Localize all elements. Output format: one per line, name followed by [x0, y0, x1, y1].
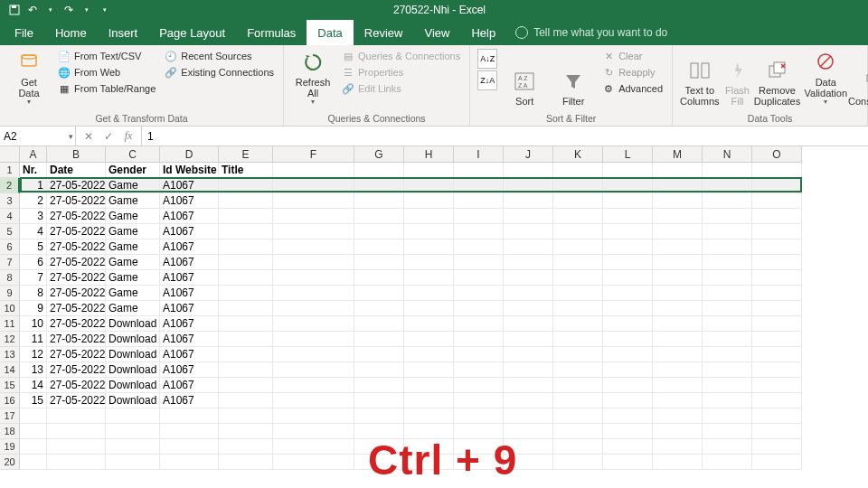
cell[interactable]	[603, 316, 653, 332]
cell[interactable]: 27-05-2022	[47, 286, 106, 301]
fx-icon[interactable]: fx	[121, 129, 136, 143]
cell[interactable]	[404, 439, 454, 455]
row-header[interactable]: 6	[0, 239, 20, 255]
cell[interactable]	[20, 424, 47, 439]
cell[interactable]	[504, 455, 553, 470]
cell[interactable]	[273, 347, 354, 362]
cell[interactable]	[504, 270, 553, 286]
cell[interactable]	[752, 408, 802, 424]
cancel-formula-button[interactable]: ✕	[81, 130, 96, 143]
cell[interactable]	[603, 362, 653, 378]
cell[interactable]	[404, 255, 454, 270]
cell[interactable]	[603, 224, 653, 239]
cell[interactable]: A1067	[160, 239, 219, 255]
cell[interactable]: Game	[106, 209, 160, 224]
cell[interactable]: 2	[20, 193, 47, 209]
cell[interactable]	[603, 332, 653, 347]
tab-view[interactable]: View	[413, 20, 460, 45]
cell[interactable]	[603, 209, 653, 224]
tab-formulas[interactable]: Formulas	[236, 20, 307, 45]
cell[interactable]: Game	[106, 255, 160, 270]
row-header[interactable]: 7	[0, 255, 20, 270]
cell[interactable]	[553, 209, 603, 224]
cell[interactable]: Game	[106, 270, 160, 286]
cell[interactable]: 6	[20, 255, 47, 270]
cell[interactable]	[354, 209, 404, 224]
cell[interactable]	[603, 178, 653, 193]
cell[interactable]	[273, 270, 354, 286]
cell[interactable]	[354, 224, 404, 239]
row-header[interactable]: 20	[0, 455, 20, 470]
cell[interactable]: Gender	[106, 163, 160, 178]
cell[interactable]: 5	[20, 239, 47, 255]
cell[interactable]	[703, 255, 752, 270]
cell[interactable]	[273, 286, 354, 301]
cell[interactable]	[553, 424, 603, 439]
row-header[interactable]: 14	[0, 362, 20, 378]
cell[interactable]	[653, 393, 703, 408]
cell[interactable]	[404, 301, 454, 316]
cell[interactable]	[653, 239, 703, 255]
cell[interactable]	[219, 193, 273, 209]
row-header[interactable]: 11	[0, 316, 20, 332]
cell[interactable]: 10	[20, 316, 47, 332]
cell[interactable]	[454, 332, 504, 347]
cell[interactable]	[603, 439, 653, 455]
cell[interactable]	[504, 439, 553, 455]
cell[interactable]	[454, 270, 504, 286]
cell[interactable]	[47, 455, 106, 470]
remove-duplicates-button[interactable]: Remove Duplicates	[756, 49, 799, 107]
cell[interactable]	[273, 455, 354, 470]
cell[interactable]	[404, 332, 454, 347]
cell[interactable]	[106, 455, 160, 470]
cell[interactable]	[703, 209, 752, 224]
cell[interactable]	[354, 193, 404, 209]
column-header[interactable]: A	[20, 146, 47, 163]
cell[interactable]: 27-05-2022	[47, 178, 106, 193]
cell[interactable]	[106, 408, 160, 424]
cell[interactable]	[20, 408, 47, 424]
column-header[interactable]: G	[354, 146, 404, 163]
column-header[interactable]: M	[653, 146, 703, 163]
cell[interactable]	[752, 239, 802, 255]
cell[interactable]: 3	[20, 209, 47, 224]
cell[interactable]	[219, 439, 273, 455]
cell[interactable]	[653, 439, 703, 455]
cell[interactable]	[404, 316, 454, 332]
cell[interactable]: Title	[219, 163, 273, 178]
cell[interactable]	[603, 393, 653, 408]
cell[interactable]	[603, 270, 653, 286]
cell[interactable]	[752, 286, 802, 301]
tell-me-search[interactable]: Tell me what you want to do	[515, 20, 667, 45]
text-to-columns-button[interactable]: Text to Columns	[680, 49, 719, 107]
cell[interactable]	[354, 163, 404, 178]
cell[interactable]: A1067	[160, 224, 219, 239]
cell[interactable]: Game	[106, 193, 160, 209]
row-header[interactable]: 12	[0, 332, 20, 347]
row-header[interactable]: 18	[0, 424, 20, 439]
cell[interactable]: Game	[106, 178, 160, 193]
cell[interactable]	[504, 332, 553, 347]
cell[interactable]	[504, 239, 553, 255]
cell[interactable]	[354, 393, 404, 408]
cell[interactable]	[553, 193, 603, 209]
cell[interactable]	[553, 439, 603, 455]
cell[interactable]	[47, 424, 106, 439]
cell[interactable]	[454, 408, 504, 424]
column-header[interactable]: D	[160, 146, 219, 163]
undo-dropdown-icon[interactable]: ▾	[43, 3, 58, 17]
cell[interactable]	[219, 332, 273, 347]
cell[interactable]	[354, 455, 404, 470]
cell[interactable]	[273, 362, 354, 378]
cell[interactable]	[553, 255, 603, 270]
cell[interactable]	[273, 408, 354, 424]
row-header[interactable]: 10	[0, 301, 20, 316]
cell[interactable]	[553, 178, 603, 193]
cell[interactable]: 27-05-2022	[47, 332, 106, 347]
cell[interactable]: A1067	[160, 316, 219, 332]
cell[interactable]: Game	[106, 301, 160, 316]
cell[interactable]: Download	[106, 316, 160, 332]
cell[interactable]	[273, 316, 354, 332]
sort-asc-button[interactable]: A↓Z	[477, 49, 497, 69]
cell[interactable]	[752, 378, 802, 393]
